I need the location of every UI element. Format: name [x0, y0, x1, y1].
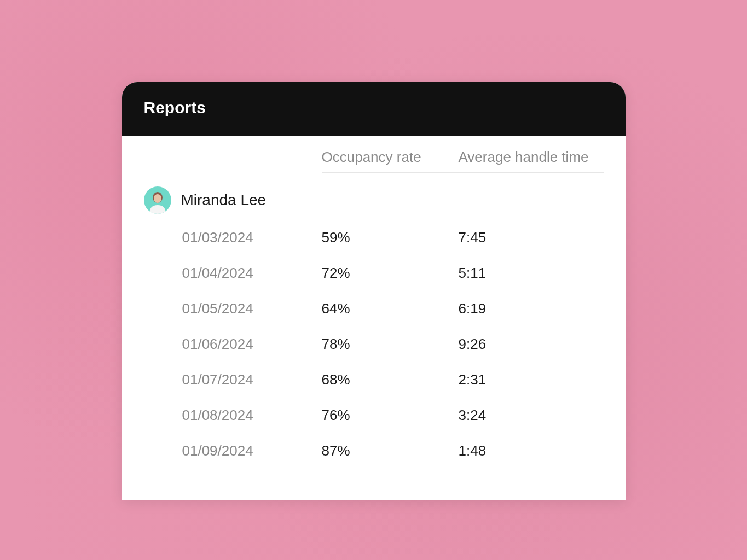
date-cell: 01/06/2024	[182, 336, 322, 353]
occupancy-cell: 64%	[322, 300, 459, 317]
date-cell: 01/08/2024	[182, 407, 322, 424]
agent-header-row: Miranda Lee	[144, 186, 604, 214]
table-row: 01/03/2024 59% 7:45	[182, 229, 604, 246]
date-cell: 01/03/2024	[182, 229, 322, 246]
date-cell: 01/09/2024	[182, 442, 322, 459]
occupancy-cell: 76%	[322, 407, 459, 424]
column-header-aht: Average handle time	[459, 149, 604, 166]
aht-cell: 5:11	[459, 265, 604, 282]
aht-cell: 2:31	[459, 371, 604, 388]
avatar-person-icon	[147, 190, 168, 214]
data-rows: 01/03/2024 59% 7:45 01/04/2024 72% 5:11 …	[144, 229, 604, 459]
table-row: 01/04/2024 72% 5:11	[182, 265, 604, 282]
card-title: Reports	[144, 98, 604, 117]
table-row: 01/05/2024 64% 6:19	[182, 300, 604, 317]
occupancy-cell: 87%	[322, 442, 459, 459]
columns-header: Occupancy rate Average handle time	[322, 149, 604, 173]
card-body: Occupancy rate Average handle time Miran…	[122, 136, 626, 500]
aht-cell: 6:19	[459, 300, 604, 317]
agent-name: Miranda Lee	[181, 191, 267, 209]
aht-cell: 7:45	[459, 229, 604, 246]
reports-card: Reports Occupancy rate Average handle ti…	[122, 82, 626, 500]
aht-cell: 1:48	[459, 442, 604, 459]
table-row: 01/06/2024 78% 9:26	[182, 336, 604, 353]
date-cell: 01/04/2024	[182, 265, 322, 282]
date-cell: 01/07/2024	[182, 371, 322, 388]
occupancy-cell: 78%	[322, 336, 459, 353]
aht-cell: 9:26	[459, 336, 604, 353]
svg-point-1	[154, 194, 161, 203]
occupancy-cell: 68%	[322, 371, 459, 388]
column-header-occupancy: Occupancy rate	[322, 149, 459, 166]
avatar	[144, 186, 171, 214]
date-cell: 01/05/2024	[182, 300, 322, 317]
card-header: Reports	[122, 82, 626, 136]
table-row: 01/08/2024 76% 3:24	[182, 407, 604, 424]
occupancy-cell: 59%	[322, 229, 459, 246]
table-row: 01/07/2024 68% 2:31	[182, 371, 604, 388]
aht-cell: 3:24	[459, 407, 604, 424]
table-row: 01/09/2024 87% 1:48	[182, 442, 604, 459]
occupancy-cell: 72%	[322, 265, 459, 282]
